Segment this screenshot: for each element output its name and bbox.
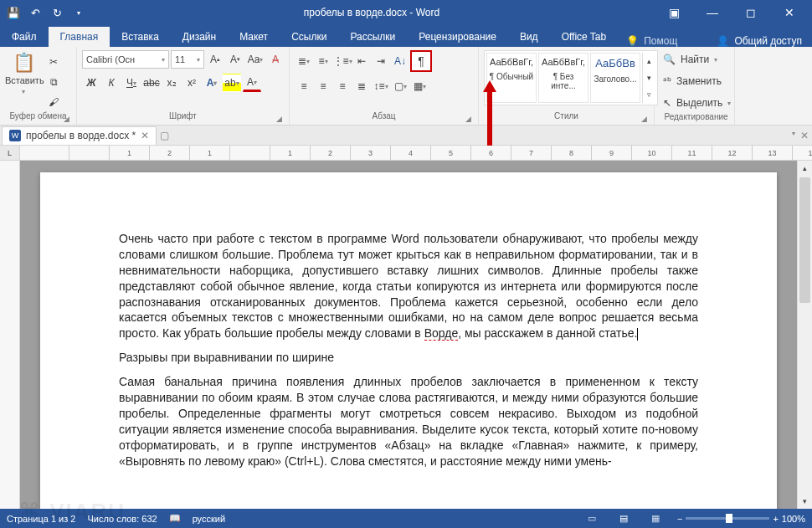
view-web-layout[interactable]: ▦ — [645, 510, 666, 527]
status-proofing-icon[interactable]: 📖 — [169, 513, 181, 524]
bullets-button[interactable]: ≣▾ — [295, 52, 313, 70]
style-nospacing[interactable]: АаБбВвГг,¶ Без инте... — [538, 53, 588, 103]
scroll-down-button[interactable]: ▾ — [798, 494, 812, 509]
format-painter-button[interactable]: 🖌 — [45, 94, 62, 110]
clipboard-icon: 📋 — [5, 52, 42, 74]
styles-gallery[interactable]: АаБбВвГг,¶ Обычный АаБбВвГг,¶ Без инте..… — [484, 50, 658, 105]
italic-button[interactable]: К — [102, 74, 121, 92]
replace-button[interactable]: ᵃᵇЗаменить — [663, 72, 722, 90]
close-doc-tab[interactable]: ✕ — [141, 130, 149, 141]
show-marks-button[interactable]: ¶ — [410, 50, 432, 72]
bold-button[interactable]: Ж — [82, 74, 100, 92]
change-case-button[interactable]: Aa▾ — [246, 50, 265, 69]
tell-me[interactable]: 💡Помощ — [618, 35, 686, 47]
scroll-thumb[interactable] — [799, 177, 810, 303]
document-tab[interactable]: W пробелы в ворде.docx * ✕ — [2, 126, 157, 145]
close-window-button[interactable]: ✕ — [770, 0, 809, 25]
ribbon-display-options[interactable]: ▣ — [655, 0, 693, 25]
tab-officetab[interactable]: Office Tab — [550, 27, 619, 47]
vertical-ruler[interactable] — [0, 161, 20, 509]
tab-nav-close[interactable]: ✕ — [800, 130, 809, 141]
tab-layout[interactable]: Макет — [228, 27, 280, 47]
select-button[interactable]: ↖Выделить▾ — [663, 94, 731, 112]
maximize-button[interactable]: ◻ — [732, 0, 770, 25]
tab-file[interactable]: Файл — [0, 27, 49, 47]
view-print-layout[interactable]: ▤ — [614, 510, 634, 527]
font-size-dropdown[interactable]: 11▾ — [171, 50, 204, 69]
decrease-indent-button[interactable]: ⇤ — [352, 52, 371, 70]
paragraph-launcher[interactable]: ◢ — [463, 115, 473, 125]
copy-button[interactable]: ⧉ — [45, 74, 62, 90]
redo-button[interactable]: ↻ — [47, 3, 67, 23]
tab-view[interactable]: Вид — [508, 27, 550, 47]
document-tab-label: пробелы в ворде.docx * — [26, 130, 136, 141]
styles-launcher[interactable]: ◢ — [639, 115, 649, 125]
undo-button[interactable]: ↶ — [25, 3, 45, 23]
clear-formatting-button[interactable]: A̶ — [266, 50, 285, 69]
zoom-level[interactable]: 100% — [782, 514, 805, 524]
horizontal-ruler[interactable]: L 1211234567891011121314151617 — [0, 146, 812, 161]
minimize-button[interactable]: — — [693, 0, 732, 25]
numbering-button[interactable]: ≡▾ — [314, 52, 332, 70]
paragraph-1[interactable]: Очень часто при работе с текстом в прогр… — [119, 231, 698, 341]
status-words[interactable]: Число слов: 632 — [87, 514, 157, 524]
gallery-more[interactable]: ▿ — [643, 86, 655, 103]
sort-button[interactable]: A↓ — [391, 52, 409, 70]
share-button[interactable]: 👤Общий доступ — [707, 35, 812, 47]
increase-indent-button[interactable]: ⇥ — [372, 52, 390, 70]
find-button[interactable]: 🔍Найти▾ — [663, 50, 717, 69]
vertical-scrollbar[interactable]: ▴ ▾ — [797, 161, 812, 509]
strikethrough-button[interactable]: abc — [142, 74, 161, 92]
style-heading1[interactable]: АаБбВвЗаголово... — [590, 53, 640, 103]
zoom-slider[interactable] — [686, 517, 769, 520]
cursor-icon: ↖ — [663, 97, 671, 109]
new-doc-tab[interactable]: ▢ — [160, 130, 169, 141]
replace-icon: ᵃᵇ — [663, 75, 671, 87]
tab-design[interactable]: Дизайн — [171, 27, 228, 47]
align-right-button[interactable]: ≡ — [333, 77, 352, 95]
style-normal[interactable]: АаБбВвГг,¶ Обычный — [486, 53, 537, 103]
qat-customize[interactable]: ▾ — [69, 3, 89, 23]
superscript-button[interactable]: x² — [182, 74, 201, 92]
status-language[interactable]: русский — [193, 514, 225, 524]
zoom-in-button[interactable]: + — [773, 514, 778, 524]
tab-home[interactable]: Главная — [49, 27, 110, 47]
search-icon: 🔍 — [663, 54, 676, 65]
tab-references[interactable]: Ссылки — [280, 27, 338, 47]
save-button[interactable]: 💾 — [3, 3, 23, 23]
multilevel-list-button[interactable]: ⋮≡▾ — [333, 52, 352, 70]
highlight-button[interactable]: ab▾ — [223, 74, 241, 92]
align-justify-button[interactable]: ≣ — [352, 77, 371, 95]
tab-mailings[interactable]: Рассылки — [338, 27, 407, 47]
tab-review[interactable]: Рецензирование — [407, 27, 508, 47]
align-left-button[interactable]: ≡ — [295, 77, 313, 95]
tab-insert[interactable]: Вставка — [110, 27, 171, 47]
font-color-button[interactable]: A▾ — [243, 74, 261, 92]
shading-button[interactable]: ▢▾ — [391, 77, 409, 95]
grow-font-button[interactable]: A▴ — [206, 50, 224, 69]
font-name-dropdown[interactable]: Calibri (Осн▾ — [82, 50, 169, 69]
paragraph-3[interactable]: Самая банальная причина появления длинны… — [119, 374, 698, 469]
clipboard-launcher[interactable]: ◢ — [61, 115, 71, 125]
status-page[interactable]: Страница 1 из 2 — [7, 514, 75, 524]
tab-nav-dropdown[interactable]: ▾ — [792, 130, 795, 141]
scroll-up-button[interactable]: ▴ — [798, 161, 812, 176]
borders-button[interactable]: ▦▾ — [410, 77, 429, 95]
view-read-mode[interactable]: ▭ — [582, 510, 602, 527]
document-page[interactable]: Очень часто при работе с текстом в прогр… — [40, 172, 777, 509]
zoom-out-button[interactable]: − — [677, 514, 682, 524]
paragraph-2[interactable]: Разрывы при выравнивании по ширине — [119, 350, 698, 366]
text-cursor — [637, 328, 638, 341]
text-effects-button[interactable]: A▾ — [203, 74, 221, 92]
cut-button[interactable]: ✂ — [45, 54, 62, 70]
shrink-font-button[interactable]: A▾ — [226, 50, 244, 69]
gallery-down[interactable]: ▾ — [643, 69, 655, 86]
align-center-button[interactable]: ≡ — [314, 77, 332, 95]
font-launcher[interactable]: ◢ — [274, 115, 284, 125]
document-area[interactable]: Очень часто при работе с текстом в прогр… — [20, 161, 797, 509]
underline-button[interactable]: Ч▾ — [122, 74, 141, 92]
line-spacing-button[interactable]: ↕≡▾ — [372, 77, 390, 95]
paste-button[interactable]: 📋 Вставить▾ — [5, 50, 42, 95]
gallery-up[interactable]: ▴ — [643, 53, 655, 69]
subscript-button[interactable]: x₂ — [162, 74, 181, 92]
